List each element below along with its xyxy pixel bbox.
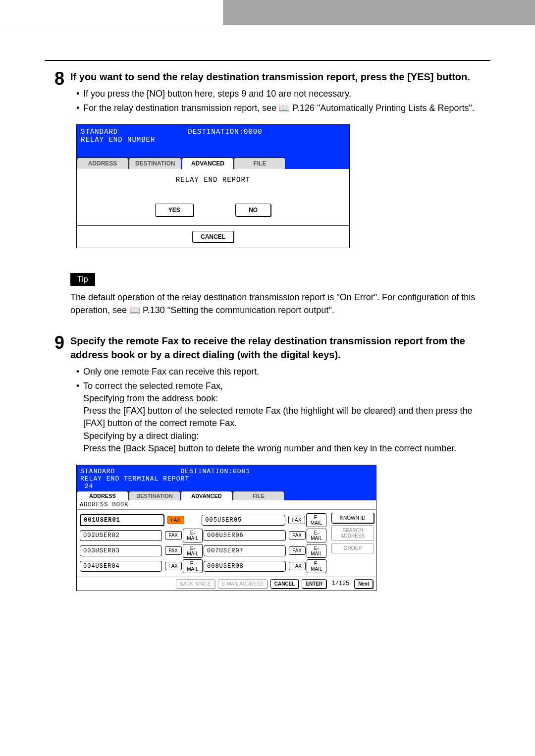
email-button[interactable]: E-MAIL xyxy=(307,544,326,558)
step9-title: Specify the remote Fax to receive the re… xyxy=(70,334,490,362)
cancel-button-2[interactable]: CANCEL xyxy=(270,579,299,589)
search-address-button[interactable]: SEARCH ADDRESS xyxy=(331,525,374,541)
tab-advanced-2[interactable]: ADVANCED xyxy=(181,491,232,500)
fax-button[interactable]: FAX xyxy=(289,546,306,555)
step-number-8: 8 xyxy=(45,70,64,329)
email-button[interactable]: E-MAIL xyxy=(183,529,203,542)
panel2-subheader: ADDRESS BOOK xyxy=(77,500,376,510)
panel1-header: STANDARD DESTINATION:0000 RELAY END NUMB… xyxy=(77,125,349,158)
enter-button[interactable]: ENTER xyxy=(302,579,326,589)
tip-text: The default operation of the relay desti… xyxy=(70,291,490,317)
step-8: 8 If you want to send the relay destinat… xyxy=(45,70,490,329)
email-address-button[interactable]: E-MAIL ADDRESS xyxy=(218,579,268,589)
email-button[interactable]: E-MAIL xyxy=(183,544,203,558)
next-button[interactable]: Next xyxy=(354,579,373,589)
entry-005[interactable]: 005USER05 xyxy=(202,515,285,526)
tab-advanced[interactable]: ADVANCED xyxy=(182,158,233,169)
backspace-button[interactable]: BACK SPACE xyxy=(176,579,215,589)
panel1-tabs: ADDRESS DESTINATION ADVANCED FILE xyxy=(77,158,349,169)
fax-button[interactable]: FAX xyxy=(165,546,182,555)
tab-file-2[interactable]: FILE xyxy=(233,491,284,500)
list-item: 004USER04 FAX E-MAIL 008USER08 FAX E-MAI… xyxy=(80,559,327,573)
step8-bullets: If you press the [NO] button here, steps… xyxy=(70,88,490,114)
entry-001[interactable]: 001USER01 xyxy=(80,514,164,526)
fax-button[interactable]: FAX xyxy=(165,531,182,540)
panel2-header: STANDARD DESTINATION:0001 RELAY END TERM… xyxy=(77,465,376,491)
entry-004[interactable]: 004USER04 xyxy=(80,561,162,572)
step-number-9: 9 xyxy=(45,334,64,591)
entry-002[interactable]: 002USER02 xyxy=(80,530,162,541)
yes-button[interactable]: YES xyxy=(155,204,194,216)
step9-bullet-1: Only one remote Fax can receive this rep… xyxy=(77,366,490,378)
panel-relay-end-report: STANDARD DESTINATION:0000 RELAY END NUMB… xyxy=(76,124,350,248)
tip-chip: Tip xyxy=(70,273,95,286)
panel2-tabs: ADDRESS DESTINATION ADVANCED FILE xyxy=(77,491,376,500)
email-button[interactable]: E-MAIL xyxy=(307,559,326,573)
address-list: 001USER01 FAX 005USER05 FAX E-MAIL 002US… xyxy=(77,510,329,577)
step8-bullet-2: For the relay destination transmission r… xyxy=(77,102,490,114)
group-button[interactable]: GROUP xyxy=(331,543,374,553)
list-item: 001USER01 FAX 005USER05 FAX E-MAIL xyxy=(80,513,327,527)
panel1-body-label: RELAY END REPORT xyxy=(77,176,349,184)
tab-destination-2[interactable]: DESTINATION xyxy=(129,491,180,500)
email-button[interactable]: E-MAIL xyxy=(307,529,326,542)
divider-top xyxy=(45,60,490,61)
list-item: 003USER03 FAX E-MAIL 007USER07 FAX E-MAI… xyxy=(80,544,327,558)
tab-file[interactable]: FILE xyxy=(234,158,285,169)
page-top-band xyxy=(0,0,535,25)
step8-bullet-1: If you press the [NO] button here, steps… xyxy=(77,88,490,100)
side-buttons: KNOWN ID SEARCH ADDRESS GROUP xyxy=(329,510,376,577)
fax-button[interactable]: FAX xyxy=(167,516,184,524)
page-count: 1/125 xyxy=(331,580,349,587)
panel2-footer: BACK SPACE E-MAIL ADDRESS CANCEL ENTER 1… xyxy=(77,577,376,591)
step-9: 9 Specify the remote Fax to receive the … xyxy=(45,334,490,591)
fax-button[interactable]: FAX xyxy=(165,562,182,570)
fax-button[interactable]: FAX xyxy=(288,516,305,524)
known-id-button[interactable]: KNOWN ID xyxy=(331,513,374,523)
list-item: 002USER02 FAX E-MAIL 006USER06 FAX E-MAI… xyxy=(80,529,327,542)
fax-button[interactable]: FAX xyxy=(289,531,306,540)
no-button[interactable]: NO xyxy=(235,204,271,216)
entry-003[interactable]: 003USER03 xyxy=(80,545,162,556)
step9-bullet-2: To correct the selected remote Fax, Spec… xyxy=(77,380,490,455)
panel-address-book: STANDARD DESTINATION:0001 RELAY END TERM… xyxy=(76,465,376,591)
step9-bullets: Only one remote Fax can receive this rep… xyxy=(70,366,490,455)
entry-006[interactable]: 006USER06 xyxy=(204,530,286,541)
tab-address-2[interactable]: ADDRESS xyxy=(77,491,128,500)
entry-007[interactable]: 007USER07 xyxy=(204,545,286,556)
tab-destination[interactable]: DESTINATION xyxy=(129,158,181,169)
entry-008[interactable]: 008USER08 xyxy=(204,561,286,572)
email-button[interactable]: E-MAIL xyxy=(183,559,203,573)
cancel-button[interactable]: CANCEL xyxy=(192,231,234,243)
step8-title: If you want to send the relay destinatio… xyxy=(70,70,490,84)
email-button[interactable]: E-MAIL xyxy=(306,513,326,527)
fax-button[interactable]: FAX xyxy=(289,562,306,570)
tab-address[interactable]: ADDRESS xyxy=(77,158,128,169)
